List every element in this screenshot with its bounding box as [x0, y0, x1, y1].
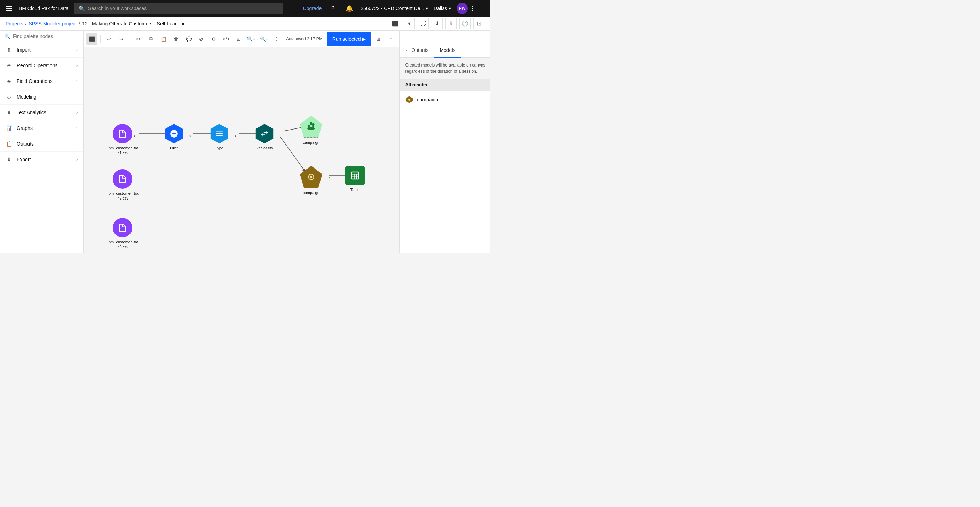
- breadcrumb-modeler[interactable]: SPSS Modeler project: [29, 21, 76, 27]
- nav-right-actions: Upgrade ? 🔔 2560722 - CPD Content De... …: [303, 3, 485, 14]
- node-shape-table: [345, 166, 365, 185]
- breadcrumb-actions: ⬛ ▾ ⛶ ⬇ ℹ 🕐 ⊡: [390, 18, 484, 29]
- sidebar-item-field-operations[interactable]: ◈ Field Operations ›: [0, 73, 83, 89]
- node-label-csv1: pm_customer_train1.csv: [108, 145, 137, 156]
- chevron-icon: ›: [76, 110, 78, 115]
- text-analytics-icon: ≡: [6, 109, 13, 116]
- comment-btn[interactable]: 💬: [183, 33, 194, 45]
- sidebar-item-outputs[interactable]: 📋 Outputs ›: [0, 136, 83, 152]
- copy-btn[interactable]: ⧉: [145, 33, 157, 45]
- svg-point-8: [310, 176, 312, 178]
- toolbar-divider: [130, 35, 130, 43]
- workspace-selector[interactable]: 2560722 - CPD Content De... ▾: [361, 6, 428, 11]
- node-filler[interactable]: Filler: [164, 124, 184, 150]
- sidebar-label-import: Import: [17, 47, 30, 53]
- compare-icon[interactable]: ⊡: [473, 18, 484, 29]
- import-icon: ⬆: [6, 46, 13, 53]
- info-icon[interactable]: ℹ: [445, 18, 457, 29]
- search-bar[interactable]: 🔍 Search in your workspaces: [74, 3, 283, 14]
- outputs-icon: 📋: [6, 140, 13, 147]
- filter-btn[interactable]: ⚙: [208, 33, 219, 45]
- disconnect-btn[interactable]: ⊘: [196, 33, 207, 45]
- node-label-reclassify: Reclassify: [256, 145, 273, 150]
- node-label-campaign-nugget: campaign: [303, 190, 320, 195]
- graphs-icon: 📊: [6, 125, 13, 132]
- node-reclassify[interactable]: Reclassify: [255, 124, 274, 150]
- node-label-type: Type: [215, 145, 223, 150]
- model-item-left: campaign: [405, 96, 438, 104]
- sidebar-item-graphs[interactable]: 📊 Graphs ›: [0, 121, 83, 136]
- sidebar-item-import[interactable]: ⬆ Import ›: [0, 42, 83, 58]
- search-icon: 🔍: [78, 5, 85, 12]
- download-icon[interactable]: ⬇: [431, 18, 443, 29]
- main-layout: 🔍 ⬆ Import › ⊕ Record Operations › ◈ Fie…: [0, 31, 490, 254]
- sidebar-label-field-operations: Field Operations: [17, 78, 52, 84]
- sidebar-item-record-operations[interactable]: ⊕ Record Operations ›: [0, 58, 83, 73]
- sidebar-item-modeling[interactable]: ◇ Modeling ›: [0, 89, 83, 105]
- run-selected-button[interactable]: Run selected ▶: [327, 32, 372, 46]
- node-shape-type: [210, 124, 229, 143]
- palette-toggle-btn[interactable]: ⬛: [86, 33, 97, 45]
- hamburger-menu[interactable]: [6, 6, 12, 11]
- chevron-icon: ›: [76, 79, 78, 84]
- breadcrumb-projects[interactable]: Projects: [6, 21, 23, 27]
- run-icon: ▶: [362, 36, 366, 42]
- sidebar-search[interactable]: 🔍: [0, 31, 83, 42]
- sidebar-label-record-operations: Record Operations: [17, 63, 58, 68]
- sidebar-label-text-analytics: Text Analytics: [17, 110, 46, 115]
- node-type[interactable]: Type: [210, 124, 229, 150]
- sidebar: 🔍 ⬆ Import › ⊕ Record Operations › ◈ Fie…: [0, 31, 84, 254]
- search-input[interactable]: [13, 33, 79, 39]
- node-csv3[interactable]: pm_customer_train3.csv: [108, 218, 137, 250]
- cut-btn[interactable]: ✂: [133, 33, 144, 45]
- tab-outputs[interactable]: ← Outputs: [399, 43, 434, 58]
- node-csv2[interactable]: pm_customer_train2.csv: [108, 169, 137, 201]
- history-icon[interactable]: 🕐: [460, 18, 471, 29]
- chevron-icon: ›: [76, 47, 78, 52]
- node-shape-campaign-model: [300, 116, 322, 138]
- delete-btn[interactable]: 🗑: [170, 33, 182, 45]
- grid-view-btn[interactable]: ⊞: [373, 33, 384, 45]
- help-icon[interactable]: ?: [327, 3, 338, 14]
- canvas-icon[interactable]: ⬛: [390, 18, 401, 29]
- tab-outputs-label: ← Outputs: [405, 47, 428, 53]
- chevron-down-icon[interactable]: ▾: [404, 18, 415, 29]
- upgrade-link[interactable]: Upgrade: [303, 6, 322, 11]
- node-campaign-nugget[interactable]: campaign: [300, 166, 322, 195]
- fullscreen-icon[interactable]: ⛶: [418, 18, 429, 29]
- chevron-icon: ›: [76, 126, 78, 131]
- node-shape-reclassify: [255, 124, 274, 143]
- node-shape-csv3: [113, 218, 132, 238]
- avatar[interactable]: PW: [457, 3, 468, 14]
- model-item-campaign[interactable]: campaign ⋮: [399, 91, 490, 108]
- node-btn[interactable]: ⊡: [233, 33, 244, 45]
- list-view-btn[interactable]: ≡: [385, 33, 396, 45]
- zoom-out-btn[interactable]: 🔍-: [258, 33, 269, 45]
- location-selector[interactable]: Dallas ▾: [434, 6, 451, 11]
- sidebar-item-text-analytics[interactable]: ≡ Text Analytics ›: [0, 105, 83, 121]
- svg-point-10: [408, 99, 410, 100]
- tab-models[interactable]: Models: [434, 43, 461, 58]
- node-csv1[interactable]: pm_customer_train1.csv: [108, 124, 137, 156]
- paste-btn[interactable]: 📋: [158, 33, 169, 45]
- undo-btn[interactable]: ↩: [103, 33, 115, 45]
- code-btn[interactable]: </>: [221, 33, 232, 45]
- model-icon: [405, 96, 414, 104]
- app-switcher-icon[interactable]: ⋮⋮⋮: [473, 3, 484, 14]
- autosave-status: Autosaved 2:17 PM: [286, 37, 323, 41]
- redo-btn[interactable]: ↪: [116, 33, 127, 45]
- field-operations-icon: ◈: [6, 78, 13, 84]
- sidebar-item-export[interactable]: ⬇ Export ›: [0, 152, 83, 167]
- node-shape-csv2: [113, 169, 132, 189]
- more-btn[interactable]: ⋮: [271, 33, 282, 45]
- node-table[interactable]: Table: [345, 166, 365, 192]
- zoom-in-btn[interactable]: 🔍+: [246, 33, 257, 45]
- notifications-icon[interactable]: 🔔: [344, 3, 355, 14]
- chevron-icon: ›: [76, 63, 78, 68]
- arrow-type-reclassify: →: [230, 132, 235, 140]
- canvas[interactable]: pm_customer_train1.csv pm_customer_train…: [84, 47, 399, 254]
- breadcrumb-current: 12 - Making Offers to Customers - Self-L…: [82, 21, 186, 27]
- node-campaign-model[interactable]: campaign: [300, 116, 322, 145]
- chevron-icon: ›: [76, 141, 78, 146]
- chevron-icon: ›: [76, 157, 78, 162]
